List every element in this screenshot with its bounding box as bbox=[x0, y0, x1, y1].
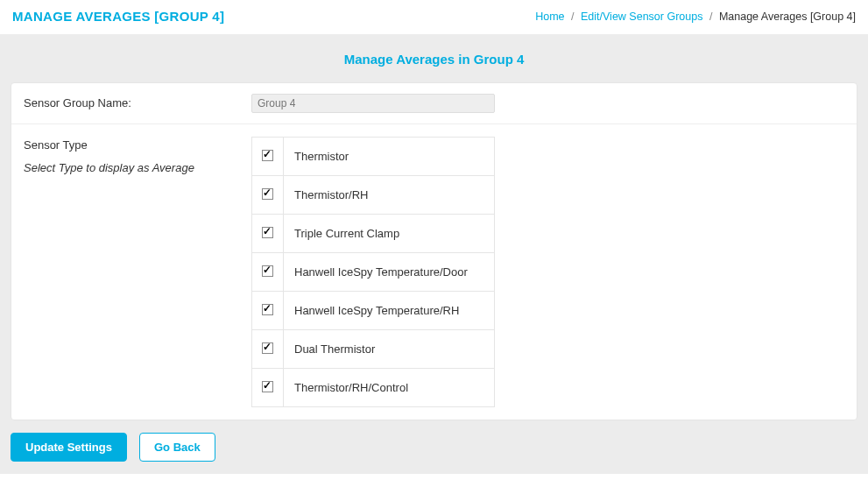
top-bar: MANAGE AVERAGES [GROUP 4] Home / Edit/Vi… bbox=[0, 0, 868, 34]
page-title: MANAGE AVERAGES [GROUP 4] bbox=[12, 9, 224, 24]
sensor-type-row: Hanwell IceSpy Temperature/Door bbox=[252, 253, 495, 292]
sensor-type-row: Thermistor bbox=[252, 138, 495, 176]
sensor-type-checkbox[interactable] bbox=[262, 342, 273, 354]
form-card: Sensor Group Name: Sensor Type Select Ty… bbox=[11, 82, 857, 420]
breadcrumb-sep: / bbox=[706, 11, 716, 23]
breadcrumb-sep: / bbox=[568, 11, 577, 23]
sensor-type-label-cell: Triple Current Clamp bbox=[284, 215, 495, 253]
sensor-type-label-cell: Dual Thermistor bbox=[284, 330, 495, 369]
sensor-type-checkbox[interactable] bbox=[262, 265, 273, 277]
sensor-type-label-cell: Hanwell IceSpy Temperature/RH bbox=[284, 292, 495, 330]
breadcrumb-mid[interactable]: Edit/View Sensor Groups bbox=[581, 11, 702, 23]
group-name-label: Sensor Group Name: bbox=[24, 95, 251, 112]
sensor-type-label: Sensor Type bbox=[24, 138, 88, 152]
sensor-type-table: ThermistorThermistor/RHTriple Current Cl… bbox=[251, 137, 495, 407]
go-back-button[interactable]: Go Back bbox=[139, 433, 215, 462]
sensor-type-label-cell: Thermistor/RH/Control bbox=[284, 369, 495, 407]
sensor-type-label-cell: Thermistor bbox=[284, 138, 495, 176]
update-settings-button[interactable]: Update Settings bbox=[11, 433, 127, 462]
sensor-type-checkbox[interactable] bbox=[262, 381, 273, 392]
sensor-type-row: Thermistor/RH bbox=[252, 176, 495, 215]
breadcrumb: Home / Edit/View Sensor Groups / Manage … bbox=[535, 11, 856, 23]
content-area: Manage Averages in Group 4 Sensor Group … bbox=[0, 34, 868, 474]
sensor-type-row: Triple Current Clamp bbox=[252, 215, 495, 253]
sensor-type-checkbox[interactable] bbox=[262, 188, 273, 200]
sensor-type-subtext: Select Type to display as Average bbox=[24, 159, 251, 177]
sensor-type-label-cell: Hanwell IceSpy Temperature/Door bbox=[284, 253, 495, 292]
sensor-type-checkbox[interactable] bbox=[262, 227, 273, 238]
sensor-type-checkbox[interactable] bbox=[262, 304, 273, 315]
sensor-type-row: Hanwell IceSpy Temperature/RH bbox=[252, 292, 495, 330]
breadcrumb-current: Manage Averages [Group 4] bbox=[719, 11, 856, 23]
subtitle: Manage Averages in Group 4 bbox=[11, 52, 857, 82]
sensor-type-row: Thermistor/RH/Control bbox=[252, 369, 495, 407]
sensor-type-label-col: Sensor Type Select Type to display as Av… bbox=[24, 137, 251, 176]
button-row: Update Settings Go Back bbox=[11, 420, 857, 463]
sensor-type-section: Sensor Type Select Type to display as Av… bbox=[11, 124, 857, 420]
group-name-row: Sensor Group Name: bbox=[11, 83, 857, 124]
sensor-type-checkbox[interactable] bbox=[262, 150, 273, 161]
sensor-type-label-cell: Thermistor/RH bbox=[284, 176, 495, 215]
sensor-type-row: Dual Thermistor bbox=[252, 330, 495, 369]
breadcrumb-home[interactable]: Home bbox=[535, 11, 564, 23]
group-name-input[interactable] bbox=[251, 94, 495, 113]
